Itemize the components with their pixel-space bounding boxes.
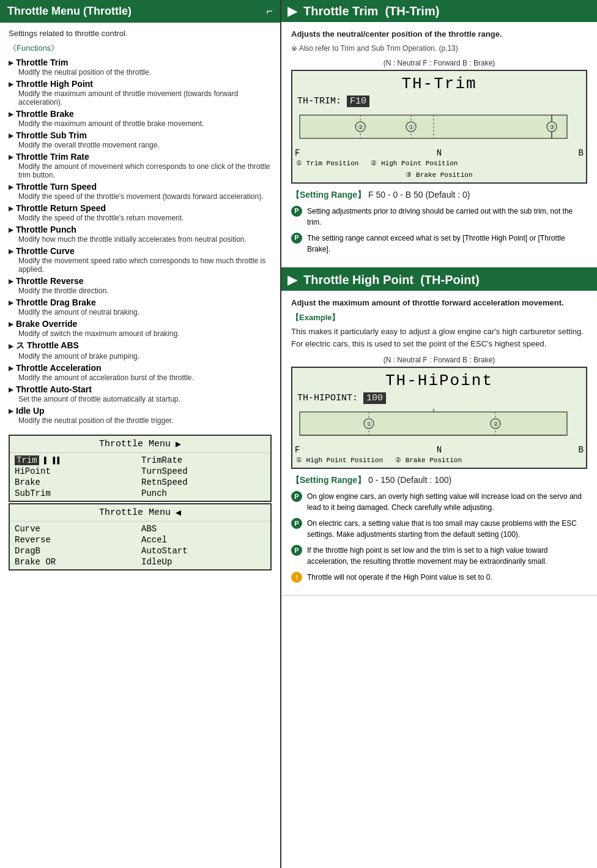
trim-lcd-label: TH-TRIM: [297, 96, 347, 107]
menu-item-label-4: Throttle Trim Rate [16, 152, 89, 162]
hipoint-range-default: (Default : 100) [398, 475, 452, 485]
lcd2-idleup: IdleUp [141, 557, 265, 567]
menu-arrow-0: ▶ [9, 59, 13, 66]
hipoint-note-icon-1: P [291, 491, 302, 502]
hipoint-section: ▶ Throttle High Point (TH-Point) Adjust … [281, 268, 597, 596]
left-intro: Settings related to throttle control. [9, 29, 272, 38]
lcd-box-2: Throttle Menu ◀ Curve ABS Reverse Accel … [9, 503, 272, 571]
menu-item-2[interactable]: ▶ Throttle Brake Modify the maximum amou… [9, 109, 272, 128]
trim-note-text-1: Setting adjustments prior to driving sho… [307, 206, 587, 228]
lcd1-retnspeed: RetnSpeed [141, 477, 265, 487]
menu-item-1[interactable]: ▶ Throttle High Point Modify the maximum… [9, 79, 272, 107]
trim-note-icon-1: P [291, 206, 302, 217]
menu-arrow-2: ▶ [9, 111, 13, 118]
menu-item-label-3: Throttle Sub Trim [16, 130, 87, 140]
hipoint-section-header: ▶ Throttle High Point (TH-Point) [281, 269, 597, 291]
lcd2-brakeor: Brake OR [15, 557, 139, 567]
menu-item-10[interactable]: ▶ Throttle Drag Brake Modify the amount … [9, 297, 272, 316]
menu-item-desc-2: Modify the maximum amount of throttle br… [18, 119, 272, 128]
hipoint-lcd: TH-HiPoint TH-HIPOINT: 100 [291, 367, 587, 469]
trim-lcd-value: F10 [347, 95, 369, 107]
menu-arrow-9: ▶ [9, 278, 13, 285]
menu-item-label-5: Throttle Turn Speed [16, 182, 97, 192]
menu-arrow-1: ▶ [9, 81, 13, 88]
menu-item-label-13: Throttle Acceleration [16, 363, 102, 373]
lcd2-title-row: Throttle Menu ◀ [10, 504, 270, 522]
lcd1-turnspeed: TurnSpeed [141, 466, 265, 476]
hipoint-diagram-container: (N : Neutral F : Forward B : Brake) TH-H… [291, 356, 587, 469]
menu-item-3[interactable]: ▶ Throttle Sub Trim Modify the overall t… [9, 130, 272, 149]
menu-item-4[interactable]: ▶ Throttle Trim Rate Modify the amount o… [9, 152, 272, 179]
trim-diagram-container: (N : Neutral F : Forward B : Brake) TH-T… [291, 59, 587, 184]
menu-item-desc-0: Modify the neutral position of the throt… [18, 68, 272, 77]
hipoint-legend: ① High Point Position ② Brake Position [292, 455, 586, 468]
menu-item-0[interactable]: ▶ Throttle Trim Modify the neutral posit… [9, 58, 272, 77]
hipoint-example-text: This makes it particularly easy to adjus… [291, 326, 587, 350]
trim-bar-svg: ② ① ③ [298, 112, 580, 146]
menu-item-15[interactable]: ▶ Idle Up Modify the neutral position of… [9, 406, 272, 425]
menu-item-12[interactable]: ▶ ス Throttle ABS Modify the amount of br… [9, 340, 272, 361]
menu-item-9[interactable]: ▶ Throttle Reverse Modify the throttle d… [9, 276, 272, 295]
menu-item-13[interactable]: ▶ Throttle Acceleration Modify the amoun… [9, 363, 272, 382]
menu-item-title-12: ▶ ス Throttle ABS [9, 340, 272, 351]
lcd2-grid: Curve ABS Reverse Accel DragB AutoStart … [10, 522, 270, 569]
trim-legend: ① Trim Position ② High Point Position [292, 158, 586, 171]
menu-item-6[interactable]: ▶ Throttle Return Speed Modify the speed… [9, 203, 272, 222]
menu-arrow-10: ▶ [9, 299, 13, 306]
menu-arrow-7: ▶ [9, 226, 13, 233]
trim-range-default: (Default : 0) [425, 190, 470, 200]
trim-note-text-2: The setting range cannot exceed what is … [307, 233, 587, 255]
trim-legend-3: ③ Brake Position [292, 171, 586, 182]
menu-item-8[interactable]: ▶ Throttle Curve Modify the movement spe… [9, 246, 272, 274]
menu-item-desc-12: Modify the amount of brake pumping. [18, 352, 272, 361]
menu-item-title-5: ▶ Throttle Turn Speed [9, 182, 272, 192]
menu-item-desc-10: Modify the amount of neutral braking. [18, 308, 272, 316]
menu-item-desc-14: Set the amount of throttle automatically… [18, 395, 272, 403]
menu-item-11[interactable]: ▶ Brake Override Modify of switch the ma… [9, 319, 272, 338]
lcd1-title-row: Throttle Menu ▶ [10, 436, 270, 453]
menu-item-label-9: Throttle Reverse [16, 276, 83, 286]
lcd2-arrow: ◀ [176, 507, 181, 518]
hipoint-label-f: F [295, 445, 300, 455]
trim-lcd-title: TH-Trim [292, 71, 586, 94]
menu-item-desc-8: Modify the movement speed ratio which co… [18, 256, 272, 274]
trim-label-b: B [579, 148, 584, 158]
menu-item-label-12: ス Throttle ABS [16, 340, 79, 351]
menu-item-7[interactable]: ▶ Throttle Punch Modify how much the thr… [9, 225, 272, 244]
hipoint-warning: ! Throttle will not operate if the High … [291, 572, 587, 583]
lcd1-trim: Trim ▌ ▌▌ [15, 455, 139, 465]
hipoint-legend-2: ② Brake Position [395, 456, 462, 464]
hipoint-desc: Adjust the maximum amount of throttle fo… [291, 297, 587, 309]
hipoint-header-text: ▶ Throttle High Point (TH-Point) [287, 272, 480, 287]
lcd1-subtrim: SubTrim [15, 488, 139, 498]
trim-note: ※ Also refer to Trim and Sub Trim Operat… [291, 44, 587, 53]
svg-text:②: ② [493, 421, 499, 428]
menu-item-title-13: ▶ Throttle Acceleration [9, 363, 272, 373]
lcd1-punch: Punch [141, 488, 265, 498]
menu-items-list: ▶ Throttle Trim Modify the neutral posit… [9, 58, 272, 425]
menu-item-desc-3: Modify the overall throttle movement ran… [18, 141, 272, 149]
lcd1-brake: Brake [15, 477, 139, 487]
menu-item-5[interactable]: ▶ Throttle Turn Speed Modify the speed o… [9, 182, 272, 201]
trim-lcd: TH-Trim TH-TRIM: F10 [291, 70, 587, 184]
menu-item-14[interactable]: ▶ Throttle Auto-Start Set the amount of … [9, 384, 272, 403]
menu-arrow-14: ▶ [9, 386, 13, 393]
menu-arrow-6: ▶ [9, 205, 13, 212]
menu-item-label-8: Throttle Curve [16, 246, 75, 256]
svg-text:③: ③ [549, 124, 555, 131]
hipoint-note-text-3: If the throttle high point is set low an… [307, 545, 587, 567]
svg-rect-11 [300, 412, 567, 435]
hipoint-lcd-label: TH-HIPOINT: [297, 393, 363, 403]
hipoint-range-value: 0 - 150 [368, 475, 397, 485]
menu-arrow-4: ▶ [9, 154, 13, 160]
menu-item-desc-13: Modify the amount of acceleration burst … [18, 373, 272, 382]
menu-item-label-10: Throttle Drag Brake [16, 297, 96, 307]
menu-item-desc-9: Modify the throttle direction. [18, 286, 272, 295]
functions-label: 《Functions》 [9, 43, 272, 54]
lcd2-abs: ABS [141, 524, 265, 534]
trim-note-1: P Setting adjustments prior to driving s… [291, 206, 587, 228]
hipoint-bar-svg: ① ② [298, 409, 580, 443]
menu-item-desc-5: Modify the speed of the throttle's movem… [18, 192, 272, 201]
hipoint-note-2: P On electric cars, a setting value that… [291, 518, 587, 540]
menu-item-title-4: ▶ Throttle Trim Rate [9, 152, 272, 162]
